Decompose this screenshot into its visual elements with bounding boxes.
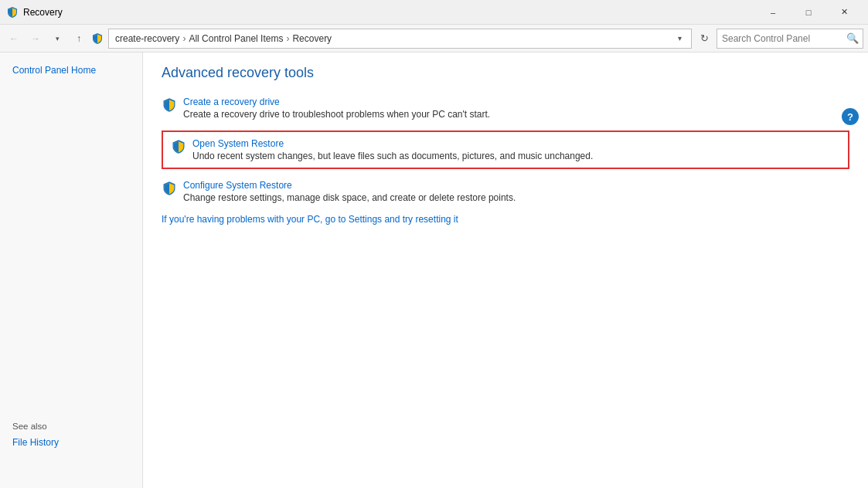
restore-button[interactable]: □ bbox=[791, 0, 826, 25]
open-system-restore-icon bbox=[171, 139, 186, 154]
address-dropdown-arrow[interactable]: ▾ bbox=[675, 34, 685, 42]
create-recovery-row: Create a recovery drive Create a recover… bbox=[162, 97, 849, 120]
open-system-restore-content: Open System Restore Undo recent system c… bbox=[192, 138, 593, 161]
search-button[interactable]: 🔍 bbox=[842, 29, 863, 49]
title-bar: Recovery – □ ✕ bbox=[0, 0, 868, 25]
breadcrumb-all-items: All Control Panel Items bbox=[189, 33, 283, 44]
main-layout: Control Panel Home See also File History… bbox=[0, 53, 868, 488]
open-system-restore-link[interactable]: Open System Restore bbox=[192, 138, 593, 149]
configure-system-restore-icon bbox=[162, 181, 177, 196]
refresh-button[interactable]: ↻ bbox=[695, 29, 713, 48]
window-controls: – □ ✕ bbox=[755, 0, 862, 25]
close-button[interactable]: ✕ bbox=[826, 0, 862, 25]
window-title: Recovery bbox=[23, 7, 755, 18]
search-input[interactable] bbox=[717, 33, 842, 44]
create-recovery-content: Create a recovery drive Create a recover… bbox=[183, 97, 490, 120]
configure-system-restore-link[interactable]: Configure System Restore bbox=[183, 180, 516, 191]
see-also-label: See also bbox=[0, 406, 143, 434]
create-recovery-desc: Create a recovery drive to troubleshoot … bbox=[183, 109, 490, 120]
up-button[interactable]: ↑ bbox=[70, 29, 88, 48]
path-shield-icon bbox=[91, 32, 104, 45]
sidebar: Control Panel Home See also File History bbox=[0, 53, 143, 488]
open-system-restore-desc: Undo recent system changes, but leave fi… bbox=[192, 151, 593, 161]
back-button[interactable]: ← bbox=[5, 29, 23, 48]
help-button[interactable]: ? bbox=[842, 108, 859, 125]
sidebar-file-history[interactable]: File History bbox=[0, 434, 143, 451]
configure-system-restore-content: Configure System Restore Change restore … bbox=[183, 180, 516, 203]
configure-system-restore-row: Configure System Restore Change restore … bbox=[162, 180, 849, 203]
address-path[interactable]: create-recovery › All Control Panel Item… bbox=[108, 29, 692, 49]
dropdown-button[interactable]: ▾ bbox=[48, 29, 66, 48]
breadcrumb-control-panel: create-recovery bbox=[115, 33, 179, 44]
forward-button[interactable]: → bbox=[26, 29, 45, 48]
configure-system-restore-desc: Change restore settings, manage disk spa… bbox=[183, 192, 516, 203]
page-title: Advanced recovery tools bbox=[162, 65, 849, 81]
open-system-restore-row: Open System Restore Undo recent system c… bbox=[162, 130, 849, 169]
content-area: Advanced recovery tools Create a recover… bbox=[143, 53, 868, 488]
address-bar: ← → ▾ ↑ create-recovery › All Control Pa… bbox=[0, 25, 868, 53]
sidebar-control-panel-home[interactable]: Control Panel Home bbox=[0, 62, 142, 79]
create-recovery-icon bbox=[162, 97, 177, 113]
breadcrumb-recovery: Recovery bbox=[292, 33, 332, 44]
minimize-button[interactable]: – bbox=[755, 0, 791, 25]
window-icon bbox=[6, 6, 19, 19]
create-recovery-link[interactable]: Create a recovery drive bbox=[183, 97, 490, 107]
search-box[interactable]: 🔍 bbox=[717, 29, 863, 49]
reset-settings-link[interactable]: If you're having problems with your PC, … bbox=[162, 214, 849, 225]
